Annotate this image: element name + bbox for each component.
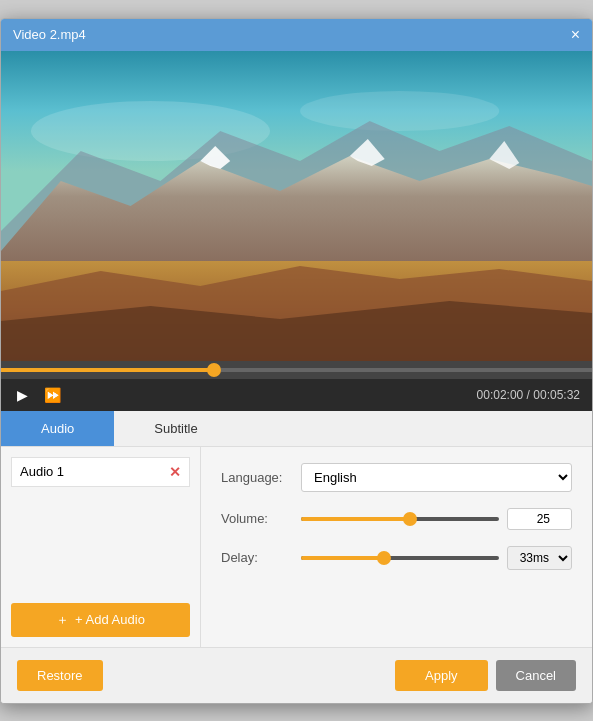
remove-audio-button[interactable]: ✕: [169, 464, 181, 480]
volume-slider-track[interactable]: [301, 517, 499, 521]
audio-list-panel: Audio 1 ✕ ＋ + Add Audio: [1, 447, 201, 647]
content-area: Audio 1 ✕ ＋ + Add Audio Language: Englis…: [1, 447, 592, 647]
footer-right: Apply Cancel: [395, 660, 576, 691]
current-time: 00:02:00: [477, 388, 524, 402]
delay-slider-thumb[interactable]: [377, 551, 391, 565]
language-control: English French German Spanish Japanese C…: [301, 463, 572, 492]
cancel-button[interactable]: Cancel: [496, 660, 576, 691]
tabs-bar: Audio Subtitle: [1, 411, 592, 447]
tab-subtitle[interactable]: Subtitle: [114, 411, 237, 446]
time-display: 00:02:00 / 00:05:32: [477, 388, 580, 402]
volume-input[interactable]: 25: [507, 508, 572, 530]
play-button[interactable]: ▶: [13, 385, 32, 405]
volume-label: Volume:: [221, 511, 301, 526]
delay-slider-track[interactable]: [301, 556, 499, 560]
volume-slider-thumb[interactable]: [403, 512, 417, 526]
progress-fill: [1, 368, 214, 372]
delay-slider-fill: [301, 556, 384, 560]
volume-slider-fill: [301, 517, 410, 521]
main-window: Video 2.mp4 ×: [0, 18, 593, 704]
volume-control: 25: [301, 508, 572, 530]
window-title: Video 2.mp4: [13, 27, 86, 42]
audio-tracks: Audio 1 ✕: [11, 457, 190, 530]
close-button[interactable]: ×: [571, 27, 580, 43]
delay-row: Delay: 33ms 0ms 100ms 200ms -33ms: [221, 546, 572, 570]
tab-audio[interactable]: Audio: [1, 411, 114, 446]
fast-forward-button[interactable]: ⏩: [40, 385, 65, 405]
playback-controls: ▶ ⏩ 00:02:00 / 00:05:32: [1, 379, 592, 411]
list-item: Audio 1 ✕: [11, 457, 190, 487]
audio-settings-panel: Language: English French German Spanish …: [201, 447, 592, 647]
video-preview: [1, 51, 592, 361]
footer-bar: Restore Apply Cancel: [1, 647, 592, 703]
title-bar: Video 2.mp4 ×: [1, 19, 592, 51]
delay-select[interactable]: 33ms 0ms 100ms 200ms -33ms: [507, 546, 572, 570]
add-audio-label: + Add Audio: [75, 612, 145, 627]
apply-button[interactable]: Apply: [395, 660, 488, 691]
total-time: 00:05:32: [533, 388, 580, 402]
delay-label: Delay:: [221, 550, 301, 565]
delay-control: 33ms 0ms 100ms 200ms -33ms: [301, 546, 572, 570]
progress-thumb[interactable]: [207, 363, 221, 377]
add-audio-icon: ＋: [56, 611, 69, 629]
audio-item-name: Audio 1: [20, 464, 64, 479]
restore-button[interactable]: Restore: [17, 660, 103, 691]
language-label: Language:: [221, 470, 301, 485]
svg-point-2: [300, 91, 499, 131]
progress-bar[interactable]: [1, 361, 592, 379]
language-select[interactable]: English French German Spanish Japanese C…: [301, 463, 572, 492]
controls-bar: ▶ ⏩ 00:02:00 / 00:05:32: [1, 361, 592, 411]
language-row: Language: English French German Spanish …: [221, 463, 572, 492]
volume-row: Volume: 25: [221, 508, 572, 530]
add-audio-button[interactable]: ＋ + Add Audio: [11, 603, 190, 637]
audio-list-spacer: [11, 530, 190, 603]
